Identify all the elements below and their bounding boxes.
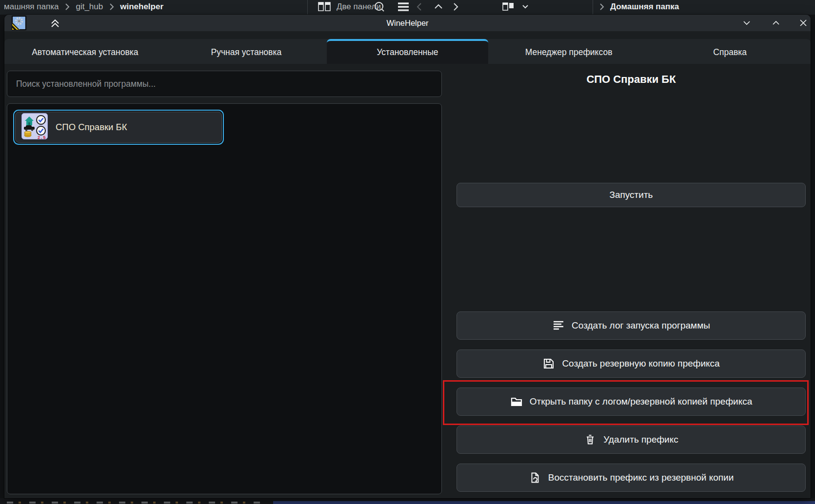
tab-prefix-manager[interactable]: Менеджер префиксов: [488, 39, 650, 64]
toolbar-divider: [593, 0, 593, 15]
backup-prefix-label: Создать резервную копию префикса: [562, 358, 719, 369]
nav-forward-button[interactable]: [452, 0, 459, 15]
cut-off-terminal-text: [7, 502, 260, 504]
search-button[interactable]: [374, 0, 385, 15]
program-app-icon: 2.5: [21, 113, 48, 141]
background-blue-edge: [273, 501, 815, 504]
tab-help[interactable]: Справка: [649, 39, 811, 64]
chevron-up-icon: [433, 1, 444, 12]
background-bottom-strip: [0, 498, 815, 504]
window-title: WineHelper: [4, 15, 811, 31]
create-log-label: Создать лог запуска программы: [572, 320, 710, 331]
chevron-right-icon: [109, 2, 114, 12]
panel-layout-button[interactable]: [502, 0, 530, 15]
search-icon: [374, 1, 385, 13]
chevron-down-icon: [742, 19, 751, 27]
menu-button[interactable]: [397, 0, 410, 15]
create-log-button[interactable]: Создать лог запуска программы: [457, 311, 806, 340]
program-label: СПО Справки БК: [56, 122, 127, 133]
run-button-label: Запустить: [609, 190, 653, 200]
chevron-right-icon: [452, 1, 459, 12]
selected-program-title: СПО Справки БК: [457, 73, 806, 86]
chevron-down-icon: [521, 2, 530, 11]
home-folder-label: Домашняя папка: [610, 2, 679, 12]
installed-programs-list: 2.5 СПО Справки БК: [7, 103, 442, 494]
titlebar: WineHelper: [4, 15, 811, 31]
delete-prefix-label: Удалить префикс: [603, 434, 678, 445]
delete-prefix-button[interactable]: Удалить префикс: [457, 426, 806, 454]
list-item-spo-spravki[interactable]: 2.5 СПО Справки БК: [13, 110, 224, 145]
chevron-left-icon: [416, 1, 423, 12]
backup-prefix-button[interactable]: Создать резервную копию префикса: [457, 349, 806, 378]
restore-prefix-label: Восстановить префикс из резервной копии: [548, 472, 734, 483]
breadcrumb-item-git-hub[interactable]: git_hub: [76, 2, 103, 12]
close-icon: [799, 19, 807, 27]
tab-manual-install[interactable]: Ручная установка: [166, 39, 327, 64]
dual-panel-button[interactable]: Две панели: [318, 0, 381, 15]
open-folder-label: Открыть папку с логом/резервной копией п…: [530, 396, 753, 407]
maximize-button[interactable]: [771, 19, 781, 27]
breadcrumb: машняя папка git_hub winehelper: [4, 0, 163, 15]
tab-bar: Автоматическая установка Ручная установк…: [4, 39, 811, 64]
split-panel-icon: [318, 1, 331, 12]
tab-installed[interactable]: Установленные: [327, 39, 488, 64]
hamburger-icon: [397, 1, 410, 13]
tab-auto-install[interactable]: Автоматическая установка: [4, 39, 166, 64]
home-folder-tab[interactable]: Домашняя папка: [599, 0, 679, 15]
breadcrumb-item-home-folder[interactable]: машняя папка: [4, 2, 59, 12]
breadcrumb-item-winehelper[interactable]: winehelper: [120, 2, 163, 12]
search-input[interactable]: [7, 71, 442, 97]
chevron-right-icon: [599, 2, 604, 12]
chevron-right-icon: [64, 2, 70, 12]
trash-icon: [584, 433, 596, 446]
toolbar-divider: [307, 0, 308, 15]
open-folder-button[interactable]: Открыть папку с логом/резервной копией п…: [457, 388, 806, 416]
winehelper-window: WineHelper Автоматическая установка Ручн…: [4, 15, 811, 498]
log-lines-icon: [552, 319, 565, 332]
close-button[interactable]: [798, 19, 808, 27]
panel-layout-icon: [502, 1, 515, 12]
nav-up-button[interactable]: [433, 0, 444, 15]
run-button[interactable]: Запустить: [457, 183, 806, 207]
restore-backup-icon: [529, 471, 541, 484]
save-icon: [542, 357, 555, 370]
folder-icon: [510, 395, 523, 408]
restore-prefix-button[interactable]: Восстановить префикс из резервной копии: [457, 464, 806, 492]
list-item-body: 2.5 СПО Справки БК: [15, 112, 222, 143]
svg-text:2.5: 2.5: [38, 135, 47, 140]
minimize-button[interactable]: [742, 19, 752, 27]
screen: машняя папка git_hub winehelper Две пане…: [0, 0, 815, 504]
background-file-manager-toolbar: машняя папка git_hub winehelper Две пане…: [0, 0, 815, 15]
chevron-up-icon: [772, 19, 780, 27]
nav-back-button[interactable]: [416, 0, 423, 15]
